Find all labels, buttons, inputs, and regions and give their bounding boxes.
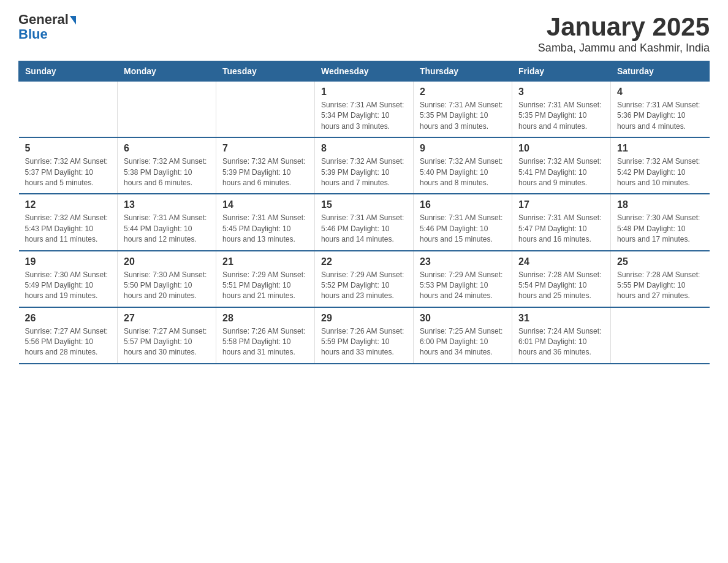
- day-number: 19: [25, 256, 112, 267]
- day-info: Sunrise: 7:30 AM Sunset: 5:49 PM Dayligh…: [25, 270, 112, 302]
- day-info: Sunrise: 7:27 AM Sunset: 5:57 PM Dayligh…: [124, 326, 210, 358]
- day-number: 25: [617, 256, 703, 267]
- day-info: Sunrise: 7:32 AM Sunset: 5:41 PM Dayligh…: [518, 156, 604, 188]
- day-number: 7: [222, 143, 308, 154]
- calendar-cell: 31Sunrise: 7:24 AM Sunset: 6:01 PM Dayli…: [512, 307, 611, 364]
- calendar-cell: 22Sunrise: 7:29 AM Sunset: 5:52 PM Dayli…: [315, 251, 414, 307]
- calendar-cell: 20Sunrise: 7:30 AM Sunset: 5:50 PM Dayli…: [118, 251, 216, 307]
- day-info: Sunrise: 7:29 AM Sunset: 5:52 PM Dayligh…: [321, 270, 407, 302]
- calendar-week-row: 1Sunrise: 7:31 AM Sunset: 5:34 PM Daylig…: [19, 82, 710, 138]
- calendar-cell: 19Sunrise: 7:30 AM Sunset: 5:49 PM Dayli…: [19, 251, 118, 307]
- day-number: 14: [222, 199, 308, 210]
- day-info: Sunrise: 7:26 AM Sunset: 5:58 PM Dayligh…: [222, 326, 308, 358]
- day-number: 20: [124, 256, 210, 267]
- day-number: 31: [518, 313, 604, 324]
- calendar-cell: 24Sunrise: 7:28 AM Sunset: 5:54 PM Dayli…: [512, 251, 611, 307]
- day-info: Sunrise: 7:32 AM Sunset: 5:42 PM Dayligh…: [617, 156, 703, 188]
- day-number: 27: [124, 313, 210, 324]
- calendar-cell: 14Sunrise: 7:31 AM Sunset: 5:45 PM Dayli…: [216, 194, 315, 250]
- day-info: Sunrise: 7:32 AM Sunset: 5:39 PM Dayligh…: [222, 156, 308, 188]
- calendar-cell: 10Sunrise: 7:32 AM Sunset: 5:41 PM Dayli…: [512, 137, 611, 194]
- calendar-cell: 30Sunrise: 7:25 AM Sunset: 6:00 PM Dayli…: [414, 307, 512, 364]
- day-number: 3: [518, 86, 604, 98]
- calendar-cell: 3Sunrise: 7:31 AM Sunset: 5:35 PM Daylig…: [512, 82, 611, 138]
- day-number: 9: [420, 143, 506, 154]
- day-info: Sunrise: 7:29 AM Sunset: 5:53 PM Dayligh…: [420, 270, 506, 302]
- day-header-thursday: Thursday: [414, 61, 512, 82]
- day-number: 18: [617, 199, 703, 210]
- day-info: Sunrise: 7:31 AM Sunset: 5:45 PM Dayligh…: [222, 213, 308, 245]
- day-info: Sunrise: 7:31 AM Sunset: 5:46 PM Dayligh…: [420, 213, 506, 245]
- calendar-cell: 26Sunrise: 7:27 AM Sunset: 5:56 PM Dayli…: [19, 307, 118, 364]
- page-title: January 2025: [538, 12, 710, 42]
- day-number: 13: [124, 199, 210, 210]
- logo: General Blue: [18, 12, 76, 42]
- day-info: Sunrise: 7:32 AM Sunset: 5:39 PM Dayligh…: [321, 156, 407, 188]
- day-number: 30: [420, 313, 506, 324]
- day-info: Sunrise: 7:31 AM Sunset: 5:34 PM Dayligh…: [321, 100, 407, 132]
- day-number: 6: [124, 143, 210, 154]
- day-number: 10: [518, 143, 604, 154]
- day-number: 17: [518, 199, 604, 210]
- day-number: 4: [617, 86, 703, 98]
- day-number: 16: [420, 199, 506, 210]
- day-info: Sunrise: 7:31 AM Sunset: 5:35 PM Dayligh…: [420, 100, 506, 132]
- calendar-cell: 21Sunrise: 7:29 AM Sunset: 5:51 PM Dayli…: [216, 251, 315, 307]
- day-header-monday: Monday: [118, 61, 216, 82]
- calendar-cell: 25Sunrise: 7:28 AM Sunset: 5:55 PM Dayli…: [611, 251, 710, 307]
- day-info: Sunrise: 7:32 AM Sunset: 5:38 PM Dayligh…: [124, 156, 210, 188]
- calendar-cell: 1Sunrise: 7:31 AM Sunset: 5:34 PM Daylig…: [315, 82, 414, 138]
- day-header-sunday: Sunday: [19, 61, 118, 82]
- day-number: 28: [222, 313, 308, 324]
- day-info: Sunrise: 7:31 AM Sunset: 5:47 PM Dayligh…: [518, 213, 604, 245]
- calendar-week-row: 12Sunrise: 7:32 AM Sunset: 5:43 PM Dayli…: [19, 194, 710, 250]
- calendar-cell: 5Sunrise: 7:32 AM Sunset: 5:37 PM Daylig…: [19, 137, 118, 194]
- day-info: Sunrise: 7:28 AM Sunset: 5:55 PM Dayligh…: [617, 270, 703, 302]
- calendar-cell: [611, 307, 710, 364]
- day-info: Sunrise: 7:27 AM Sunset: 5:56 PM Dayligh…: [25, 326, 112, 358]
- day-number: 23: [420, 256, 506, 267]
- logo-blue: Blue: [18, 27, 76, 42]
- day-info: Sunrise: 7:31 AM Sunset: 5:35 PM Dayligh…: [518, 100, 604, 132]
- day-info: Sunrise: 7:31 AM Sunset: 5:36 PM Dayligh…: [617, 100, 703, 132]
- day-info: Sunrise: 7:26 AM Sunset: 5:59 PM Dayligh…: [321, 326, 407, 358]
- calendar-cell: 23Sunrise: 7:29 AM Sunset: 5:53 PM Dayli…: [414, 251, 512, 307]
- day-number: 12: [25, 199, 112, 210]
- calendar-week-row: 5Sunrise: 7:32 AM Sunset: 5:37 PM Daylig…: [19, 137, 710, 194]
- title-block: January 2025 Samba, Jammu and Kashmir, I…: [538, 12, 710, 55]
- calendar-cell: 12Sunrise: 7:32 AM Sunset: 5:43 PM Dayli…: [19, 194, 118, 250]
- day-number: 24: [518, 256, 604, 267]
- calendar-cell: 7Sunrise: 7:32 AM Sunset: 5:39 PM Daylig…: [216, 137, 315, 194]
- calendar-cell: 11Sunrise: 7:32 AM Sunset: 5:42 PM Dayli…: [611, 137, 710, 194]
- page-header: General Blue January 2025 Samba, Jammu a…: [18, 12, 710, 55]
- day-number: 2: [420, 86, 506, 98]
- calendar-cell: 8Sunrise: 7:32 AM Sunset: 5:39 PM Daylig…: [315, 137, 414, 194]
- day-number: 11: [617, 143, 703, 154]
- day-number: 1: [321, 86, 407, 98]
- calendar-week-row: 26Sunrise: 7:27 AM Sunset: 5:56 PM Dayli…: [19, 307, 710, 364]
- day-number: 21: [222, 256, 308, 267]
- day-number: 29: [321, 313, 407, 324]
- calendar-cell: 28Sunrise: 7:26 AM Sunset: 5:58 PM Dayli…: [216, 307, 315, 364]
- calendar-cell: 2Sunrise: 7:31 AM Sunset: 5:35 PM Daylig…: [414, 82, 512, 138]
- day-info: Sunrise: 7:30 AM Sunset: 5:48 PM Dayligh…: [617, 213, 703, 245]
- calendar-cell: [19, 82, 118, 138]
- calendar-cell: 17Sunrise: 7:31 AM Sunset: 5:47 PM Dayli…: [512, 194, 611, 250]
- day-info: Sunrise: 7:31 AM Sunset: 5:46 PM Dayligh…: [321, 213, 407, 245]
- calendar-cell: 29Sunrise: 7:26 AM Sunset: 5:59 PM Dayli…: [315, 307, 414, 364]
- calendar-cell: 15Sunrise: 7:31 AM Sunset: 5:46 PM Dayli…: [315, 194, 414, 250]
- day-info: Sunrise: 7:31 AM Sunset: 5:44 PM Dayligh…: [124, 213, 210, 245]
- day-number: 5: [25, 143, 112, 154]
- day-info: Sunrise: 7:25 AM Sunset: 6:00 PM Dayligh…: [420, 326, 506, 358]
- day-info: Sunrise: 7:32 AM Sunset: 5:40 PM Dayligh…: [420, 156, 506, 188]
- logo-triangle-icon: [70, 16, 76, 25]
- calendar-table: SundayMondayTuesdayWednesdayThursdayFrid…: [18, 61, 710, 364]
- calendar-week-row: 19Sunrise: 7:30 AM Sunset: 5:49 PM Dayli…: [19, 251, 710, 307]
- day-number: 22: [321, 256, 407, 267]
- calendar-cell: 18Sunrise: 7:30 AM Sunset: 5:48 PM Dayli…: [611, 194, 710, 250]
- day-number: 8: [321, 143, 407, 154]
- calendar-cell: [118, 82, 216, 138]
- day-header-saturday: Saturday: [611, 61, 710, 82]
- calendar-cell: [216, 82, 315, 138]
- day-info: Sunrise: 7:32 AM Sunset: 5:37 PM Dayligh…: [25, 156, 112, 188]
